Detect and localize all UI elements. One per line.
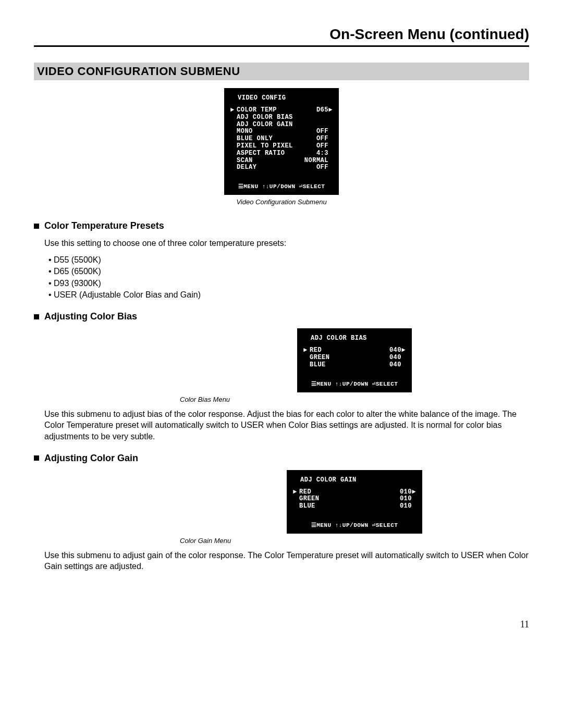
osd-row: GREEN010	[293, 496, 416, 503]
osd-row: GREEN040	[303, 354, 406, 362]
osd-row: PIXEL TO PIXELOFF	[230, 143, 333, 150]
square-bullet-icon	[34, 224, 39, 229]
osd-row-value-text: 010	[400, 489, 412, 496]
osd-row-value-text: 010	[400, 496, 412, 503]
osd-row-value: OFF	[316, 164, 333, 171]
osd-row-value: OFF	[316, 128, 333, 135]
subsection-title: Adjusting Color Gain	[44, 453, 138, 464]
osd-row-value-text: 010	[400, 503, 412, 510]
osd-row-value-text: 040	[389, 347, 401, 354]
osd-title: ADJ COLOR GAIN	[293, 476, 416, 484]
osd-row: ►COLOR TEMPD65►	[230, 107, 333, 114]
osd-row-value	[328, 114, 333, 121]
osd-row-value: D65►	[316, 107, 333, 114]
video-config-caption: Video Configuration Submenu	[236, 198, 326, 206]
subsection-title: Color Temperature Presets	[44, 220, 164, 231]
osd-row-label: GREEN	[293, 496, 320, 503]
osd-row-label-text: BLUE	[310, 362, 326, 369]
list-item: D65 (6500K)	[48, 266, 529, 277]
color-gain-body: Use this submenu to adjust gain of the c…	[44, 550, 529, 572]
color-bias-caption: Color Bias Menu	[180, 396, 529, 403]
page-number: 11	[34, 619, 529, 630]
osd-row-value-text: OFF	[316, 135, 328, 143]
osd-footer: ☰MENU ↑↓UP/DOWN ⏎SELECT	[303, 380, 406, 387]
color-gain-osd: ADJ COLOR GAIN ►RED010►GREEN010BLUE010 ☰…	[287, 470, 422, 534]
osd-row: ►RED040►	[303, 347, 406, 354]
osd-row-label-text: DELAY	[237, 164, 257, 171]
color-bias-body: Use this submenu to adjust bias of the c…	[44, 409, 529, 442]
osd-row: BLUE040	[303, 362, 406, 369]
color-gain-osd-block: ADJ COLOR GAIN ►RED010►GREEN010BLUE010 ☰…	[180, 470, 529, 545]
osd-row: MONOOFF	[230, 128, 333, 135]
page-title: On-Screen Menu (continued)	[34, 26, 529, 47]
osd-rows: ►RED010►GREEN010BLUE010	[293, 489, 416, 510]
osd-row-label-text: ADJ COLOR GAIN	[237, 121, 293, 129]
osd-footer: ☰MENU ↑↓UP/DOWN ⏎SELECT	[293, 522, 416, 528]
osd-row-label: ►COLOR TEMP	[230, 107, 277, 114]
section-header: VIDEO CONFIGURATION SUBMENU	[34, 63, 529, 80]
osd-row-label: ADJ COLOR BIAS	[230, 114, 293, 121]
osd-row-label-text: ASPECT RATIO	[237, 150, 285, 157]
osd-row-value: OFF	[316, 143, 333, 150]
color-temp-intro: Use this setting to choose one of three …	[44, 238, 529, 249]
osd-row: ►RED010►	[293, 489, 416, 496]
subsection-color-gain: Adjusting Color Gain	[34, 453, 529, 464]
osd-row: ADJ COLOR GAIN	[230, 121, 333, 129]
osd-footer: ☰MENU ↑↓UP/DOWN ⏎SELECT	[230, 183, 333, 190]
osd-row-label-text: RED	[310, 347, 322, 354]
osd-row-label-text: GREEN	[299, 496, 320, 503]
osd-row-label: ►RED	[293, 489, 311, 496]
osd-row-value-text: 040	[389, 362, 401, 369]
osd-row-value-text: 040	[389, 354, 401, 362]
subsection-color-bias: Adjusting Color Bias	[34, 311, 529, 322]
subsection-color-temp: Color Temperature Presets	[34, 220, 529, 231]
osd-rows: ►RED040►GREEN040BLUE040	[303, 347, 406, 368]
arrow-right-icon: ►	[230, 107, 237, 114]
osd-rows: ►COLOR TEMPD65►ADJ COLOR BIASADJ COLOR G…	[230, 107, 333, 171]
color-temp-list: D55 (5500K)D65 (6500K)D93 (9300K)USER (A…	[48, 254, 529, 301]
osd-row-value: OFF	[316, 135, 333, 143]
osd-row-label-text: BLUE ONLY	[237, 135, 273, 143]
list-item: D55 (5500K)	[48, 254, 529, 266]
arrow-right-icon: ►	[401, 347, 406, 354]
osd-row-value-text: OFF	[316, 128, 328, 135]
osd-row: SCANNORMAL	[230, 157, 333, 165]
osd-row-label-text: COLOR TEMP	[237, 107, 277, 114]
osd-row-label: GREEN	[303, 354, 330, 362]
osd-row-label: SCAN	[230, 157, 253, 165]
osd-row-value: NORMAL	[304, 157, 333, 165]
osd-row-value: 4:3	[316, 150, 333, 157]
osd-row-label: DELAY	[230, 164, 257, 171]
arrow-right-icon: ►	[328, 107, 333, 114]
osd-row-value-text: OFF	[316, 143, 328, 150]
osd-row-label-text: BLUE	[299, 503, 315, 510]
osd-row: DELAYOFF	[230, 164, 333, 171]
osd-row-label: BLUE	[303, 362, 326, 369]
osd-row-value-text: OFF	[316, 164, 328, 171]
color-bias-osd: ADJ COLOR BIAS ►RED040►GREEN040BLUE040 ☰…	[297, 328, 412, 392]
osd-row-label: ASPECT RATIO	[230, 150, 285, 157]
osd-row-label: ADJ COLOR GAIN	[230, 121, 293, 129]
osd-row-label-text: MONO	[237, 128, 253, 135]
list-item: USER (Adjustable Color Bias and Gain)	[48, 289, 529, 301]
osd-row-label-text: RED	[299, 489, 311, 496]
osd-row-value-text: D65	[316, 107, 328, 114]
osd-row-label: PIXEL TO PIXEL	[230, 143, 293, 150]
color-gain-caption: Color Gain Menu	[180, 537, 529, 545]
osd-title: VIDEO CONFIG	[230, 94, 333, 102]
osd-row-label-text: ADJ COLOR BIAS	[237, 114, 293, 121]
osd-row-value-text: NORMAL	[304, 157, 328, 165]
osd-row-label-text: GREEN	[310, 354, 330, 362]
osd-row-value: 010	[400, 496, 416, 503]
osd-row-label-text: SCAN	[237, 157, 253, 165]
osd-row-value-text: 4:3	[316, 150, 328, 157]
arrow-right-icon: ►	[293, 489, 299, 496]
subsection-title: Adjusting Color Bias	[44, 311, 137, 322]
osd-row: BLUE010	[293, 503, 416, 510]
color-bias-osd-block: ADJ COLOR BIAS ►RED040►GREEN040BLUE040 ☰…	[180, 328, 529, 403]
osd-row: BLUE ONLYOFF	[230, 135, 333, 143]
osd-row: ADJ COLOR BIAS	[230, 114, 333, 121]
osd-title: ADJ COLOR BIAS	[303, 335, 406, 342]
osd-row: ASPECT RATIO4:3	[230, 150, 333, 157]
osd-row-value: 010►	[400, 489, 416, 496]
